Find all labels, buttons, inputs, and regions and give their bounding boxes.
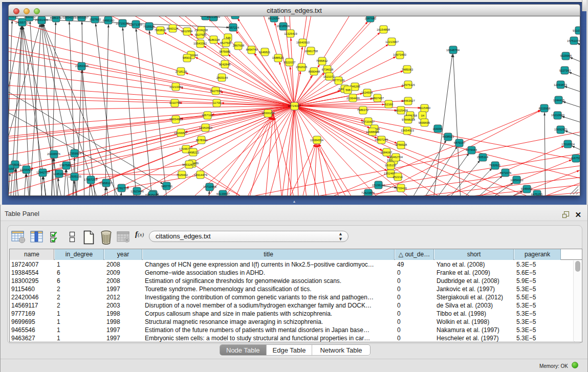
svg-text:1010755: 1010755 bbox=[169, 101, 181, 104]
svg-text:7955812: 7955812 bbox=[316, 59, 328, 62]
svg-text:10654112: 10654112 bbox=[510, 179, 523, 182]
svg-text:16914479: 16914479 bbox=[194, 173, 207, 177]
svg-text:20691406: 20691406 bbox=[35, 18, 48, 21]
svg-text:6466160: 6466160 bbox=[103, 19, 115, 22]
svg-text:8215958: 8215958 bbox=[539, 107, 551, 110]
svg-text:1615132: 1615132 bbox=[385, 164, 397, 167]
svg-text:04: 04 bbox=[421, 114, 425, 117]
svg-text:1624554: 1624554 bbox=[361, 91, 373, 94]
svg-text:9084067: 9084067 bbox=[381, 151, 393, 154]
svg-text:8186328: 8186328 bbox=[208, 38, 220, 41]
svg-text:98901: 98901 bbox=[183, 56, 191, 59]
svg-text:1498222: 1498222 bbox=[188, 151, 200, 154]
svg-text:21053346: 21053346 bbox=[75, 64, 89, 68]
svg-text:9457791: 9457791 bbox=[161, 185, 173, 188]
svg-text:62160: 62160 bbox=[385, 103, 393, 106]
svg-text:9756928: 9756928 bbox=[396, 143, 407, 146]
svg-text:7515526: 7515526 bbox=[143, 25, 155, 28]
svg-text:11156829: 11156829 bbox=[20, 168, 33, 171]
svg-text:8427552: 8427552 bbox=[210, 90, 222, 93]
svg-text:12923446: 12923446 bbox=[130, 190, 144, 193]
svg-text:12975115: 12975115 bbox=[402, 83, 415, 86]
svg-text:9600133: 9600133 bbox=[24, 16, 36, 18]
svg-text:2803144: 2803144 bbox=[216, 76, 228, 79]
svg-text:7663822: 7663822 bbox=[155, 29, 166, 32]
svg-text:16782759: 16782759 bbox=[115, 187, 128, 190]
svg-text:6734028: 6734028 bbox=[322, 68, 334, 71]
svg-text:13654923: 13654923 bbox=[401, 129, 414, 132]
svg-text:21364436: 21364436 bbox=[346, 97, 360, 100]
svg-text:8471676: 8471676 bbox=[500, 171, 512, 174]
svg-text:16648784: 16648784 bbox=[446, 49, 460, 52]
svg-text:8660124: 8660124 bbox=[167, 27, 179, 30]
svg-text:8386379: 8386379 bbox=[50, 16, 62, 19]
svg-text:11700: 11700 bbox=[213, 101, 221, 104]
svg-text:9115460: 9115460 bbox=[419, 106, 430, 110]
svg-text:9474444: 9474444 bbox=[466, 148, 477, 151]
svg-text:7485063: 7485063 bbox=[402, 68, 413, 71]
svg-text:3267110: 3267110 bbox=[202, 114, 213, 117]
svg-text:9242848: 9242848 bbox=[219, 63, 231, 66]
svg-text:7986372: 7986372 bbox=[357, 108, 369, 112]
svg-text:15136141: 15136141 bbox=[372, 184, 385, 187]
svg-text:1733426: 1733426 bbox=[396, 187, 407, 190]
svg-text:19654985: 19654985 bbox=[169, 118, 183, 121]
svg-text:18807249: 18807249 bbox=[375, 138, 388, 141]
svg-text:568: 568 bbox=[345, 89, 351, 92]
svg-text:6475255: 6475255 bbox=[531, 193, 543, 195]
svg-text:18300295: 18300295 bbox=[262, 112, 275, 115]
svg-text:16210643: 16210643 bbox=[551, 114, 564, 117]
svg-text:9329966: 9329966 bbox=[560, 54, 572, 57]
svg-text:10688609: 10688609 bbox=[366, 130, 379, 134]
svg-text:14055713: 14055713 bbox=[15, 21, 29, 24]
svg-text:116753: 116753 bbox=[571, 157, 580, 160]
svg-text:1527602: 1527602 bbox=[90, 18, 101, 21]
svg-text:12213967: 12213967 bbox=[385, 40, 399, 43]
svg-text:96532871: 96532871 bbox=[182, 163, 195, 166]
svg-text:39155: 39155 bbox=[9, 167, 14, 170]
svg-text:2867608: 2867608 bbox=[233, 44, 245, 47]
svg-text:10973493: 10973493 bbox=[393, 53, 406, 56]
svg-text:3912954: 3912954 bbox=[181, 30, 193, 33]
svg-text:19218506: 19218506 bbox=[276, 25, 290, 28]
svg-text:16033809: 16033809 bbox=[207, 16, 220, 18]
svg-text:252214: 252214 bbox=[393, 176, 403, 179]
svg-text:64139537: 64139537 bbox=[216, 192, 230, 195]
svg-text:1588520: 1588520 bbox=[272, 56, 284, 59]
svg-text:97848018: 97848018 bbox=[402, 118, 415, 121]
svg-text:02654235: 02654235 bbox=[62, 16, 76, 19]
svg-text:7357224: 7357224 bbox=[228, 26, 239, 29]
svg-text:51462704: 51462704 bbox=[389, 156, 403, 159]
svg-text:64835030: 64835030 bbox=[145, 193, 159, 195]
svg-text:17016504: 17016504 bbox=[561, 143, 575, 146]
svg-text:93103413: 93103413 bbox=[573, 29, 580, 32]
svg-text:9777109: 9777109 bbox=[333, 79, 345, 82]
svg-text:10958107: 10958107 bbox=[99, 182, 113, 185]
svg-text:164095: 164095 bbox=[432, 127, 442, 130]
svg-text:9699695: 9699695 bbox=[419, 121, 430, 124]
svg-text:8678342: 8678342 bbox=[196, 139, 208, 142]
svg-text:9227343: 9227343 bbox=[559, 69, 571, 72]
svg-text:16154808: 16154808 bbox=[377, 28, 390, 31]
svg-text:12093873: 12093873 bbox=[554, 83, 567, 86]
svg-text:9245652: 9245652 bbox=[521, 187, 533, 190]
svg-text:12505135: 12505135 bbox=[68, 175, 81, 178]
svg-text:20206576: 20206576 bbox=[47, 152, 60, 156]
svg-text:17359924: 17359924 bbox=[68, 152, 82, 155]
svg-text:7625402: 7625402 bbox=[177, 173, 188, 177]
svg-text:10025438: 10025438 bbox=[395, 109, 408, 112]
svg-text:13975867: 13975867 bbox=[59, 164, 73, 167]
svg-text:10543362: 10543362 bbox=[193, 42, 207, 45]
svg-text:1562615: 1562615 bbox=[296, 65, 308, 69]
svg-text:9527505: 9527505 bbox=[220, 41, 232, 45]
svg-text:16640910: 16640910 bbox=[296, 41, 310, 44]
svg-text:12213383: 12213383 bbox=[169, 85, 183, 89]
svg-text:2935114: 2935114 bbox=[477, 156, 489, 159]
svg-text:18724007: 18724007 bbox=[288, 104, 301, 107]
svg-text:15692971: 15692971 bbox=[554, 128, 568, 131]
svg-text:10719155: 10719155 bbox=[116, 22, 129, 25]
svg-text:6879197: 6879197 bbox=[454, 141, 466, 144]
svg-text:17957253: 17957253 bbox=[84, 178, 97, 181]
svg-text:2087682: 2087682 bbox=[365, 17, 377, 20]
svg-text:9327505: 9327505 bbox=[195, 33, 207, 36]
